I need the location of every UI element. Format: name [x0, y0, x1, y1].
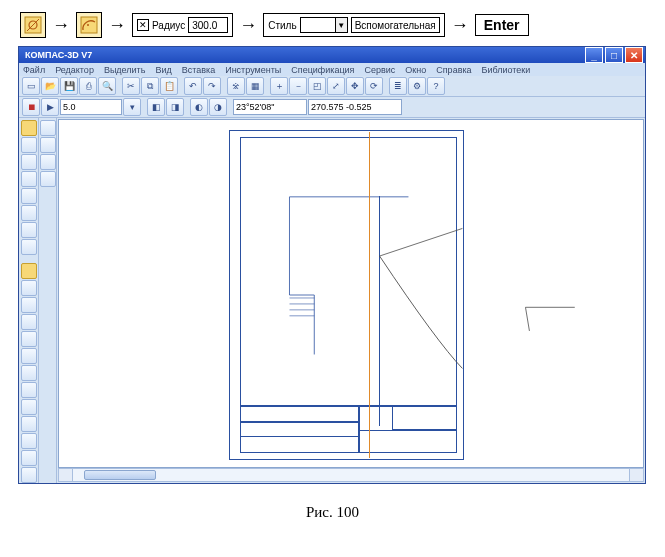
tb-refresh-icon[interactable]: ⟳ — [365, 77, 383, 95]
menubar: Файл Редактор Выделить Вид Вставка Инстр… — [19, 63, 645, 76]
menu-item[interactable]: Вставка — [182, 65, 215, 75]
menu-item[interactable]: Вид — [155, 65, 171, 75]
vt-spline-icon[interactable] — [21, 348, 37, 364]
vt-point-icon[interactable] — [21, 450, 37, 466]
tb-snap-icon[interactable]: ※ — [227, 77, 245, 95]
toolbar-2: ⏹ ▶ 5.0 ▾ ◧ ◨ ◐ ◑ 23°52'08" 270.575 -0.5… — [19, 97, 645, 118]
close-button[interactable]: ✕ — [625, 47, 643, 63]
maximize-button[interactable]: □ — [605, 47, 623, 63]
vt-arc-icon[interactable] — [21, 314, 37, 330]
left-toolbox — [19, 118, 39, 483]
tb-props-icon[interactable]: ⚙ — [408, 77, 426, 95]
arrow-icon: → — [52, 15, 70, 36]
radius-input[interactable]: 300.0 — [188, 17, 228, 33]
vt-edit-icon[interactable] — [21, 171, 37, 187]
horizontal-scrollbar[interactable] — [58, 468, 644, 482]
aux-circle-tool-icon[interactable] — [76, 12, 102, 38]
vt-dim-icon[interactable] — [21, 137, 37, 153]
tb-zoomwin-icon[interactable]: ◰ — [308, 77, 326, 95]
tb-zoomout-icon[interactable]: － — [289, 77, 307, 95]
vt-hatch-icon[interactable] — [21, 399, 37, 415]
style-field-box: Стиль ▼ Вспомогательная — [263, 13, 445, 37]
vt-param-icon[interactable] — [21, 188, 37, 204]
angle-field[interactable]: 23°52'08" — [233, 99, 307, 115]
figure-caption: Рис. 100 — [0, 492, 665, 529]
svg-line-13 — [380, 228, 463, 256]
tb-copy-icon[interactable]: ⧉ — [141, 77, 159, 95]
enter-key[interactable]: Enter — [475, 14, 529, 36]
menu-item[interactable]: Файл — [23, 65, 45, 75]
tb-preview-icon[interactable]: 🔍 — [98, 77, 116, 95]
vt2-a-icon[interactable] — [40, 120, 56, 136]
arrow-icon: → — [239, 15, 257, 36]
menu-item[interactable]: Инструменты — [225, 65, 281, 75]
vt-circle-icon[interactable] — [21, 297, 37, 313]
vt2-b-icon[interactable] — [40, 137, 56, 153]
vt-select-icon[interactable] — [21, 222, 37, 238]
svg-point-4 — [87, 24, 89, 26]
tb-stop-icon[interactable]: ⏹ — [22, 98, 40, 116]
tb-open-icon[interactable]: 📂 — [41, 77, 59, 95]
tb-zoomall-icon[interactable]: ⤢ — [327, 77, 345, 95]
style-label: Стиль — [268, 20, 296, 31]
tb-print-icon[interactable]: ⎙ — [79, 77, 97, 95]
menu-item[interactable]: Справка — [436, 65, 471, 75]
radius-label: Радиус — [152, 20, 185, 31]
tb-redo-icon[interactable]: ↷ — [203, 77, 221, 95]
kompas-window: КОМПАС-3D V7 _ □ ✕ Файл Редактор Выделит… — [18, 46, 646, 484]
tb-c-icon[interactable]: ◨ — [166, 98, 184, 116]
vt-ellipse-icon[interactable] — [21, 331, 37, 347]
scroll-left-icon[interactable] — [59, 469, 73, 481]
vt-poly-icon[interactable] — [21, 382, 37, 398]
menu-item[interactable]: Редактор — [55, 65, 94, 75]
menu-item[interactable]: Спецификация — [291, 65, 354, 75]
tb-e-icon[interactable]: ◑ — [209, 98, 227, 116]
tb-paste-icon[interactable]: 📋 — [160, 77, 178, 95]
tb-zoomin-icon[interactable]: ＋ — [270, 77, 288, 95]
tb-help-icon[interactable]: ? — [427, 77, 445, 95]
tb-a-icon[interactable]: ▾ — [123, 98, 141, 116]
zoom-field[interactable]: 5.0 — [60, 99, 122, 115]
tb-create-icon[interactable]: ▶ — [41, 98, 59, 116]
aux-geometry — [59, 120, 643, 467]
left-toolbox-2 — [39, 118, 57, 483]
vt-offset-icon[interactable] — [21, 467, 37, 483]
radius-field-box: ✕ Радиус 300.0 — [132, 13, 233, 37]
vt-text-icon[interactable] — [21, 416, 37, 432]
scroll-thumb[interactable] — [84, 470, 156, 480]
vt2-d-icon[interactable] — [40, 171, 56, 187]
svg-line-15 — [525, 307, 529, 331]
vt-aux-icon[interactable] — [21, 263, 37, 279]
titlebar: КОМПАС-3D V7 _ □ ✕ — [19, 47, 645, 63]
menu-item[interactable]: Сервис — [365, 65, 396, 75]
menu-item[interactable]: Выделить — [104, 65, 146, 75]
minimize-button[interactable]: _ — [585, 47, 603, 63]
tb-pan-icon[interactable]: ✥ — [346, 77, 364, 95]
vt-line-icon[interactable] — [21, 280, 37, 296]
vt-table-icon[interactable] — [21, 433, 37, 449]
coord-field[interactable]: 270.575 -0.525 — [308, 99, 402, 115]
drawing-canvas[interactable] — [58, 119, 644, 468]
arrow-icon: → — [451, 15, 469, 36]
tb-grid-icon[interactable]: ▦ — [246, 77, 264, 95]
vt-symbol-icon[interactable] — [21, 154, 37, 170]
tb-d-icon[interactable]: ◐ — [190, 98, 208, 116]
tb-save-icon[interactable]: 💾 — [60, 77, 78, 95]
tb-cut-icon[interactable]: ✂ — [122, 77, 140, 95]
menu-item[interactable]: Библиотеки — [482, 65, 531, 75]
scroll-right-icon[interactable] — [629, 469, 643, 481]
vt-measure-icon[interactable] — [21, 205, 37, 221]
tb-layers-icon[interactable]: ≣ — [389, 77, 407, 95]
tb-new-icon[interactable]: ▭ — [22, 77, 40, 95]
vt2-c-icon[interactable] — [40, 154, 56, 170]
style-select[interactable]: ▼ — [300, 17, 348, 33]
vt-spec-icon[interactable] — [21, 239, 37, 255]
aux-geometry-icon[interactable] — [20, 12, 46, 38]
tb-b-icon[interactable]: ◧ — [147, 98, 165, 116]
menu-item[interactable]: Окно — [405, 65, 426, 75]
vt-rect-icon[interactable] — [21, 365, 37, 381]
radius-lock-checkbox[interactable]: ✕ — [137, 19, 149, 31]
arrow-icon: → — [108, 15, 126, 36]
vt-geometry-icon[interactable] — [21, 120, 37, 136]
tb-undo-icon[interactable]: ↶ — [184, 77, 202, 95]
